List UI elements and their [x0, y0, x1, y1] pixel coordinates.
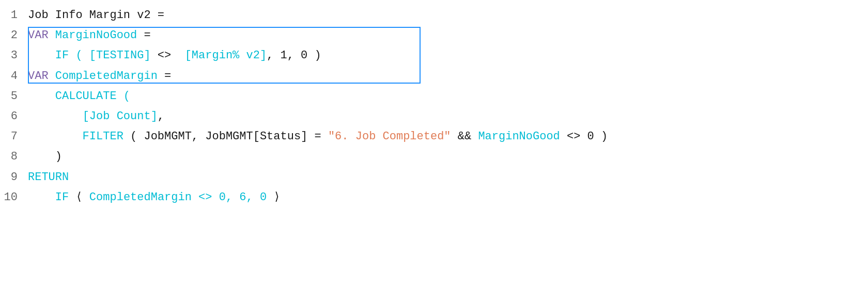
code-segment: IF — [28, 191, 75, 204]
line-content-6: [Job Count], — [26, 107, 868, 125]
code-segment — [28, 110, 83, 123]
code-segment: MarginNoGood — [478, 130, 560, 143]
line-number-4: 4 — [0, 67, 26, 85]
line-content-1: Job Info Margin v2 = — [26, 6, 868, 24]
code-editor: 1Job Info Margin v2 =2VAR MarginNoGood =… — [0, 0, 868, 290]
code-segment — [49, 70, 55, 83]
code-segment: [Margin% v2] — [185, 49, 267, 62]
line-content-9: RETURN — [26, 168, 868, 186]
line-content-5: CALCULATE ( — [26, 87, 868, 105]
code-line-5: 5 CALCULATE ( — [0, 86, 868, 106]
line-content-2: VAR MarginNoGood = — [26, 26, 868, 44]
line-content-7: FILTER ( JobMGMT, JobMGMT[Status] = "6. … — [26, 127, 868, 146]
code-segment: CALCULATE ( — [28, 90, 130, 103]
code-segment: = — [158, 70, 171, 83]
code-segment: = — [137, 29, 150, 42]
code-segment: Job Info Margin v2 = — [28, 9, 164, 22]
code-line-10: 10 IF ⟨ CompletedMargin <> 0, 6, 0 ⟩ — [0, 187, 868, 207]
code-line-4: 4VAR CompletedMargin = — [0, 66, 868, 86]
code-segment: ⟨ — [75, 191, 82, 204]
line-number-8: 8 — [0, 148, 26, 166]
code-segment: RETURN — [28, 171, 69, 184]
line-number-6: 6 — [0, 107, 26, 125]
code-segment: && — [451, 130, 478, 143]
code-segment: MarginNoGood — [55, 29, 137, 42]
code-segment: CompletedMargin — [55, 70, 158, 83]
code-line-7: 7 FILTER ( JobMGMT, JobMGMT[Status] = "6… — [0, 126, 868, 147]
line-number-10: 10 — [0, 188, 26, 206]
line-number-3: 3 — [0, 46, 26, 65]
code-segment: [Job Count] — [83, 110, 158, 123]
line-number-7: 7 — [0, 127, 26, 146]
code-segment: , 1, 0 ) — [267, 49, 321, 62]
code-segment: FILTER — [28, 130, 123, 143]
code-segment: "6. Job Completed" — [328, 130, 451, 143]
code-line-3: 3 IF ( [TESTING] <> [Margin% v2], 1, 0 ) — [0, 45, 868, 66]
code-segment — [49, 29, 55, 42]
code-segment: VAR — [28, 29, 49, 42]
code-segment: VAR — [28, 70, 49, 83]
code-segment: <> 0 ) — [560, 130, 608, 143]
code-segment: CompletedMargin <> 0, 6, 0 — [83, 191, 274, 204]
line-number-2: 2 — [0, 26, 26, 44]
line-number-9: 9 — [0, 168, 26, 186]
code-line-9: 9RETURN — [0, 167, 868, 187]
code-segment: ) — [28, 150, 62, 163]
code-line-2: 2VAR MarginNoGood = — [0, 25, 868, 45]
code-segment: IF ( — [28, 49, 89, 62]
line-content-10: IF ⟨ CompletedMargin <> 0, 6, 0 ⟩ — [26, 188, 868, 206]
line-number-1: 1 — [0, 6, 26, 24]
line-content-4: VAR CompletedMargin = — [26, 67, 868, 85]
line-content-3: IF ( [TESTING] <> [Margin% v2], 1, 0 ) — [26, 46, 868, 65]
code-line-1: 1Job Info Margin v2 = — [0, 5, 868, 25]
line-number-5: 5 — [0, 87, 26, 105]
code-line-6: 6 [Job Count], — [0, 106, 868, 126]
code-segment: ⟩ — [273, 191, 280, 204]
code-segment: [TESTING] — [89, 49, 151, 62]
line-content-8: ) — [26, 148, 868, 166]
code-segment: <> — [151, 49, 185, 62]
code-segment: , — [158, 110, 164, 123]
code-segment: ( JobMGMT, JobMGMT[Status] = — [123, 130, 328, 143]
code-line-8: 8 ) — [0, 147, 868, 167]
